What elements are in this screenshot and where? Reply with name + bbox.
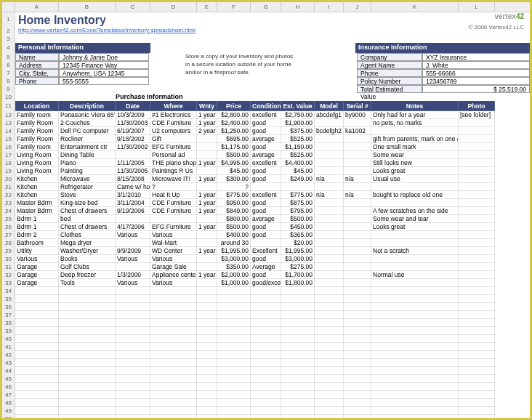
table-row[interactable]: 17Living RoomDining TablePersonal ad$500… [2,151,530,159]
table-row[interactable]: 21KitchenRefrigeratorCame w/ hou?? [2,183,530,191]
spreadsheet: ABCDEFGHIJKL vertex42 © 2008 Vertex42 LL… [0,0,532,420]
table-header-row: 11 LocationDescriptionDateWhereWntyPrice… [2,101,530,111]
table-row[interactable]: 22KitchenStove3/1/2010Heat It Up1 year$7… [2,191,530,199]
table-row[interactable]: 12Family roomPanasonic Viera 65"10/3/200… [2,111,530,119]
table-row[interactable]: 33GarageToolsVariousVarious$1,000.00good… [2,279,530,287]
table-row[interactable]: 18Living RoomPiano1/11/2005THE piano sho… [2,159,530,167]
table-row[interactable]: 19Living RoomPainting11/30/2005Paintings… [2,167,530,175]
table-row[interactable]: 15Family RoomRecliner9/18/2002Gift$695.0… [2,135,530,143]
table-row[interactable]: 14Family RoomDell PC computer6/19/2007U2… [2,127,530,135]
table-row[interactable]: 27Bdrm 2ClothesVariousVarious$400.00good… [2,231,530,239]
table-row[interactable]: 24Master BdrmChest of drawers9/19/2006CD… [2,207,530,215]
column-headers: ABCDEFGHIJKL [2,2,530,12]
page-title: Home Inventory [15,12,109,27]
insurance-header: Insurance Information [355,43,530,53]
table-row[interactable]: 30VariousBooksVariousVarious$3,000.00goo… [2,255,530,263]
table-row[interactable]: 29UtilityWasher/Dryer9/9/2009WD Center1 … [2,247,530,255]
copyright: © 2008 Vertex42 LLC [468,24,524,31]
table-row[interactable]: 23Master BdrmKing-size bed3/11/2004CDE F… [2,199,530,207]
table-row[interactable]: 13Family Room2 Couches11/30/2003CDE Furn… [2,119,530,127]
table-row[interactable]: 28BathroomMega dryerWal-Martaround 30$20… [2,239,530,247]
table-row[interactable]: 32GarageDeep freezer1/3/2000Appliance ce… [2,271,530,279]
table-row[interactable]: 16Family roomEntertainment ctr11/30/2002… [2,143,530,151]
personal-header: Personal Information [15,43,150,53]
table-row[interactable]: 31GarageGolf ClubsGarage Sale$350.00Aver… [2,263,530,271]
table-row[interactable]: 25Bdrm 1bed$800.00average$500.00Some wea… [2,215,530,223]
purchase-header: Purchase Information [116,93,183,101]
source-link[interactable]: http://www.vertex42.com/ExcelTemplates/i… [15,27,198,35]
table-row[interactable]: 20KitchenMicrowave8/15/2008Microwave IT!… [2,175,530,183]
table-row[interactable]: 26Bdrm 1Chest of drawers4/17/2006EFG Fur… [2,223,530,231]
logo: vertex42 [494,12,524,20]
